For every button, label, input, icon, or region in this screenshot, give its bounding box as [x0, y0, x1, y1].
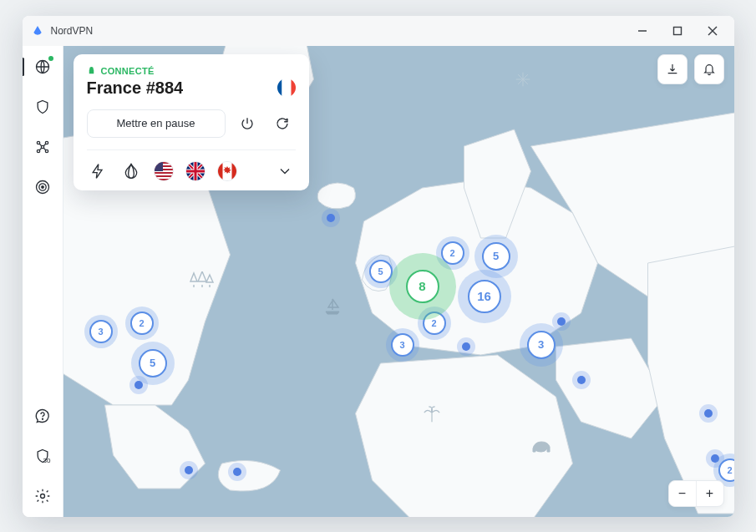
svg-rect-22	[155, 174, 173, 175]
target-icon	[34, 179, 51, 195]
svg-rect-24	[155, 162, 163, 171]
connection-status: CONNECTÉ	[87, 66, 296, 76]
server-dot[interactable]	[462, 342, 470, 351]
quick-connect-row	[87, 150, 296, 182]
server-cluster-active[interactable]: 8	[406, 270, 439, 303]
app-title: NordVPN	[51, 25, 94, 37]
server-dot[interactable]	[704, 409, 713, 418]
refresh-icon	[275, 116, 290, 131]
chevron-down-icon	[277, 163, 293, 180]
cluster-count: 16	[468, 280, 501, 313]
svg-rect-27	[218, 162, 223, 180]
svg-point-7	[37, 149, 39, 152]
quick-flag-ca[interactable]	[217, 161, 237, 181]
server-cluster[interactable]: 16	[468, 280, 501, 313]
cluster-count: 8	[406, 270, 439, 303]
map[interactable]: 3255251623328 CONNECTÉ France #884 M	[63, 46, 734, 517]
trial-badge: 30	[43, 457, 51, 464]
connection-status-label: CONNECTÉ	[101, 66, 155, 76]
svg-rect-17	[291, 79, 296, 97]
connected-indicator-icon	[48, 56, 53, 61]
power-icon	[240, 116, 255, 131]
svg-point-9	[41, 145, 43, 148]
svg-rect-28	[231, 162, 236, 180]
bell-icon	[703, 63, 716, 76]
sidebar-item-threat-protection[interactable]	[28, 93, 57, 121]
disconnect-button[interactable]	[234, 110, 261, 137]
reconnect-button[interactable]	[269, 110, 296, 137]
window-minimize-button[interactable]	[627, 19, 657, 43]
connection-card: CONNECTÉ France #884 Mettre en pause	[74, 54, 309, 190]
gear-icon	[34, 488, 51, 504]
quick-connect-onion[interactable]	[120, 160, 142, 182]
mesh-icon	[34, 139, 51, 155]
cluster-count: 5	[482, 242, 510, 271]
sidebar: 30	[23, 46, 63, 517]
server-dot[interactable]	[577, 376, 586, 384]
svg-point-13	[42, 418, 43, 419]
palm-icon	[423, 405, 441, 427]
server-cluster[interactable]: 3	[527, 331, 556, 359]
quick-connect-fastest[interactable]	[87, 160, 109, 182]
server-cluster[interactable]: 2	[130, 312, 154, 335]
zoom-in-button[interactable]: +	[697, 481, 723, 506]
cluster-count: 5	[139, 349, 167, 377]
help-icon	[34, 408, 51, 424]
svg-point-5	[37, 141, 39, 144]
svg-rect-1	[673, 27, 681, 34]
window-maximize-button[interactable]	[662, 19, 693, 43]
quick-connect-expand[interactable]	[274, 160, 296, 182]
server-cluster[interactable]: 2	[718, 459, 734, 482]
server-dot[interactable]	[233, 468, 241, 476]
server-dot[interactable]	[327, 214, 335, 222]
elephant-icon	[531, 438, 553, 457]
svg-point-8	[45, 149, 48, 152]
globe-icon	[34, 58, 51, 75]
notifications-button[interactable]	[694, 54, 724, 84]
lock-icon	[87, 66, 96, 75]
shield-icon	[34, 99, 51, 115]
sidebar-item-meshnet[interactable]	[28, 133, 57, 161]
trees-icon	[189, 271, 214, 291]
sidebar-item-settings[interactable]	[28, 482, 57, 510]
cluster-count: 3	[89, 320, 113, 343]
quick-flag-gb[interactable]	[185, 161, 205, 181]
download-button[interactable]	[657, 54, 688, 84]
svg-rect-23	[155, 177, 173, 179]
connection-location: France #884	[87, 79, 184, 98]
bolt-icon	[89, 163, 106, 180]
server-cluster[interactable]: 5	[482, 242, 510, 271]
server-dot[interactable]	[185, 466, 193, 474]
svg-point-14	[40, 494, 44, 498]
server-cluster[interactable]: 3	[391, 333, 414, 357]
zoom-out-button[interactable]: −	[669, 481, 697, 506]
onion-icon	[123, 163, 140, 180]
cluster-count: 2	[130, 312, 154, 335]
flag-fr-icon	[277, 79, 296, 97]
svg-rect-15	[277, 79, 282, 97]
svg-point-12	[41, 185, 43, 188]
svg-rect-16	[282, 79, 291, 97]
sidebar-item-dark-web-monitor[interactable]	[28, 173, 57, 201]
window-close-button[interactable]	[698, 19, 728, 43]
sailboat-icon	[322, 296, 342, 320]
zoom-control: − +	[668, 480, 724, 507]
app-icon	[31, 24, 44, 38]
svg-point-6	[45, 141, 48, 144]
server-cluster[interactable]: 5	[139, 349, 167, 377]
titlebar: NordVPN	[23, 16, 734, 47]
pause-button[interactable]: Mettre en pause	[87, 109, 226, 138]
quick-flag-us[interactable]	[154, 161, 174, 181]
server-cluster[interactable]: 3	[89, 320, 113, 343]
snowflake-icon	[515, 71, 531, 91]
server-dot[interactable]	[557, 317, 566, 326]
sidebar-item-help[interactable]	[28, 402, 57, 430]
cluster-count: 3	[391, 333, 414, 357]
sidebar-item-trial[interactable]: 30	[28, 442, 57, 470]
cluster-count: 3	[527, 331, 556, 359]
sidebar-item-connect[interactable]	[28, 53, 57, 81]
app-window: NordVPN	[23, 16, 734, 517]
download-icon	[666, 63, 679, 76]
